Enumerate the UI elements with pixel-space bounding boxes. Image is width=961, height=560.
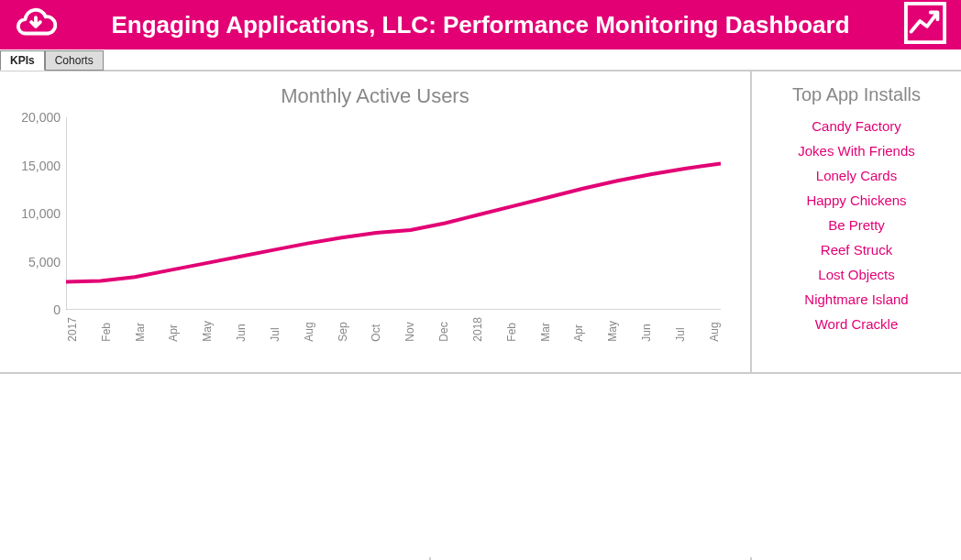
x-tick-label: Aug <box>708 317 721 342</box>
y-tick-label: 10,000 <box>21 206 66 221</box>
x-tick-label: Jul <box>269 317 282 342</box>
y-tick-label: 0 <box>53 302 66 317</box>
x-tick-label: Jul <box>674 317 687 342</box>
svg-rect-0 <box>906 4 944 42</box>
trend-up-icon[interactable] <box>904 2 946 48</box>
x-tick-label: Jun <box>640 317 653 342</box>
y-tick-label: 20,000 <box>21 110 66 125</box>
page-title: Engaging Applications, LLC: Performance … <box>75 11 886 39</box>
app-link[interactable]: Happy Chickens <box>806 192 906 208</box>
x-tick-label: 2017 <box>66 317 79 342</box>
x-tick-label: Nov <box>403 317 416 342</box>
app-link[interactable]: Lost Objects <box>818 267 894 282</box>
app-link[interactable]: Jokes With Friends <box>798 143 915 159</box>
x-tick-label: Apr <box>167 317 180 342</box>
mau-chart: 05,00010,00015,00020,000 2017FebMarAprMa… <box>66 117 721 356</box>
top-apps-panel: Top App Installs Candy FactoryJokes With… <box>752 71 961 374</box>
app-link[interactable]: Reef Struck <box>821 242 892 258</box>
y-tick-label: 15,000 <box>21 159 66 173</box>
app-link[interactable]: Lonely Cards <box>816 168 897 183</box>
x-tick-label: Oct <box>370 317 382 342</box>
x-tick-label: Aug <box>303 317 315 342</box>
x-tick-label: Feb <box>505 317 518 342</box>
x-tick-label: Mar <box>134 317 147 342</box>
download-cloud-icon[interactable] <box>15 2 57 48</box>
x-tick-label: Mar <box>539 317 552 342</box>
x-tick-label: Feb <box>100 317 113 342</box>
x-tick-label: Dec <box>437 317 450 342</box>
tab-bar: KPIs Cohorts <box>0 49 961 71</box>
y-tick-label: 5,000 <box>28 255 66 269</box>
top-apps-title: Top App Installs <box>763 84 950 105</box>
app-link[interactable]: Candy Factory <box>812 118 901 134</box>
x-tick-label: 2018 <box>471 317 484 342</box>
x-tick-label: Apr <box>572 317 585 342</box>
x-tick-label: May <box>201 317 214 342</box>
app-header: Engaging Applications, LLC: Performance … <box>0 0 961 49</box>
x-tick-label: May <box>606 317 619 342</box>
app-link[interactable]: Be Pretty <box>828 217 885 233</box>
x-tick-label: Sep <box>337 317 349 342</box>
tab-cohorts[interactable]: Cohorts <box>45 50 104 71</box>
app-link[interactable]: Word Crackle <box>815 316 899 332</box>
x-tick-label: Jun <box>235 317 248 342</box>
tab-kpis[interactable]: KPIs <box>0 50 45 71</box>
mau-chart-panel: Monthly Active Users 05,00010,00015,0002… <box>0 71 752 374</box>
app-link[interactable]: Nightmare Island <box>804 291 908 307</box>
chart-title: Monthly Active Users <box>11 84 739 108</box>
